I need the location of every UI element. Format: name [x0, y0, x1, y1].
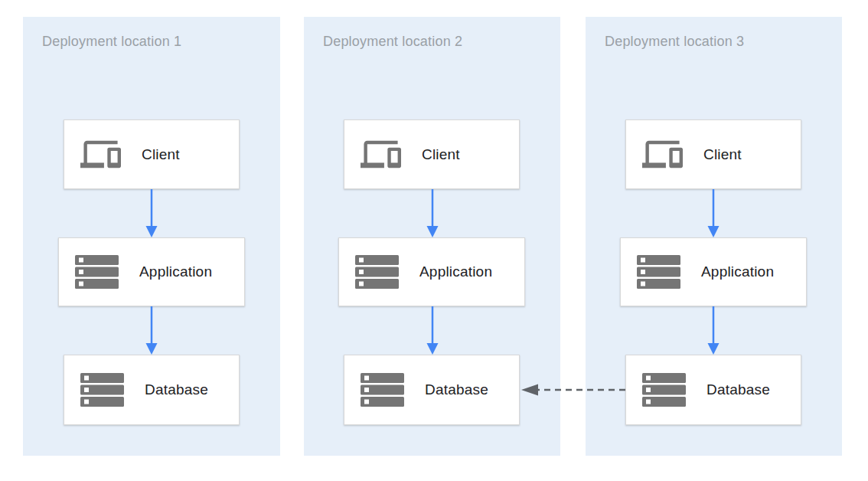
client-label: Client	[422, 146, 460, 163]
client-label: Client	[142, 146, 180, 163]
devices-icon	[361, 134, 401, 175]
client-node-1: Client	[64, 119, 240, 189]
database-node-3: Database	[625, 355, 801, 425]
database-node-2: Database	[344, 355, 520, 425]
database-label: Database	[706, 381, 770, 398]
server-stack-icon	[637, 255, 680, 289]
database-label: Database	[145, 381, 208, 398]
deployment-architecture-diagram: Deployment location 1 Client App	[0, 0, 868, 481]
application-node-3: Application	[620, 237, 807, 306]
application-node-1: Application	[58, 237, 245, 306]
server-stack-icon	[355, 255, 399, 289]
server-stack-icon	[80, 373, 124, 407]
devices-icon	[80, 134, 121, 175]
client-label: Client	[703, 146, 742, 163]
application-label: Application	[701, 263, 774, 280]
client-node-3: Client	[625, 119, 801, 189]
application-node-2: Application	[338, 237, 525, 306]
server-stack-icon	[361, 373, 404, 407]
deployment-location-1-title: Deployment location 1	[42, 34, 181, 50]
client-node-2: Client	[344, 119, 520, 189]
deployment-location-3-title: Deployment location 3	[605, 34, 744, 50]
deployment-location-2-title: Deployment location 2	[323, 34, 462, 50]
application-label: Application	[139, 263, 212, 280]
server-stack-icon	[75, 255, 119, 289]
deployment-location-1-zone: Deployment location 1 Client App	[23, 17, 280, 456]
deployment-location-3-zone: Deployment location 3 Client App	[586, 17, 842, 456]
devices-icon	[642, 134, 683, 175]
application-label: Application	[419, 263, 492, 280]
deployment-location-2-zone: Deployment location 2 Client App	[304, 17, 560, 456]
database-label: Database	[425, 381, 488, 398]
database-node-1: Database	[64, 355, 240, 425]
server-stack-icon	[642, 373, 686, 407]
